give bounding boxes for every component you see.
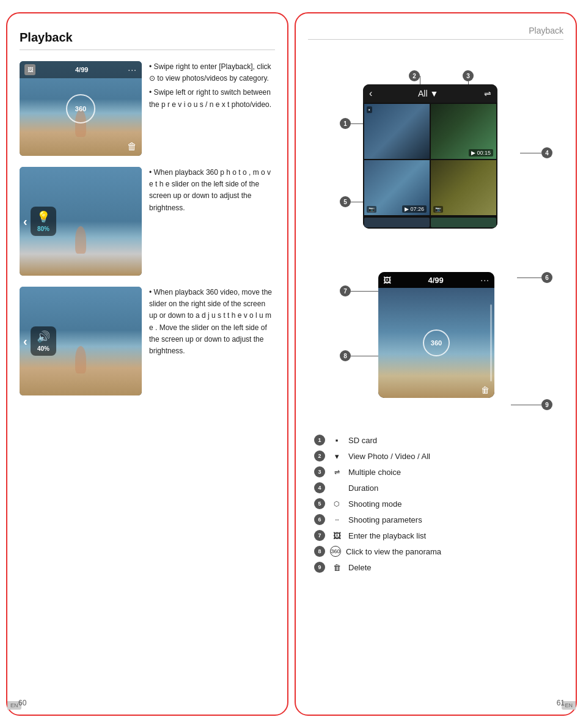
legend-icon-9: 🗑 <box>330 563 343 572</box>
single-phone: 🖼 4/99 ··· 360 🗑 <box>378 272 494 398</box>
surfer-figure-3 <box>75 346 86 373</box>
grid-phone: ‹ All ▼ ⇌ ▪ ▶ 00:15 📷 ▶ 0 <box>363 84 497 229</box>
grid-topbar: ‹ All ▼ ⇌ <box>363 84 497 103</box>
annot-1: 1 <box>340 118 351 129</box>
legend-num-8: 8 <box>314 546 325 557</box>
legend-icon-2: ▾ <box>330 452 343 461</box>
legend-icon-7: 🖼 <box>330 531 343 540</box>
back-arrow-3: ‹ <box>23 334 28 348</box>
legend-text-7: Enter the playback list <box>348 531 426 540</box>
annot-line-6 <box>517 278 541 278</box>
legend-item-4: 4 Duration <box>314 482 557 493</box>
grid-cell-4[interactable]: 📷 <box>431 160 496 215</box>
shooting-icon-cell3: 📷 <box>367 206 376 213</box>
single-photo-icon: 🖼 <box>383 276 391 285</box>
trash-icon-1: 🗑 <box>127 141 137 152</box>
annot-4: 4 <box>541 147 552 158</box>
single-slider[interactable] <box>490 304 492 381</box>
right-divider <box>308 39 563 40</box>
annot-line-7 <box>351 291 378 292</box>
legend-text-6: Shooting parameters <box>348 515 422 524</box>
page-container: Playback 🖼 4/99 ··· 360 🗑 • Swipe right … <box>0 0 583 728</box>
more-dots-1: ··· <box>128 65 137 75</box>
volume-pct: 40% <box>37 345 50 352</box>
volume-overlay-3: 🔊 40% <box>31 326 56 356</box>
grid-filter-icon[interactable]: ⇌ <box>484 89 491 98</box>
annot-line-9 <box>511 405 541 405</box>
grid-phone-container: 1 2 3 4 5 ‹ All ▼ ⇌ ▪ <box>308 51 563 252</box>
photo-grid: ▪ ▶ 00:15 📷 ▶ 07:26 📷 <box>363 103 497 216</box>
grid-back-icon[interactable]: ‹ <box>369 88 372 99</box>
legend-item-5: 5 ⬡ Shooting mode <box>314 498 557 509</box>
photo-count-1: 4/99 <box>75 66 88 73</box>
legend-text-1: SD card <box>348 436 377 445</box>
single-phone-container: 6 7 8 9 🖼 4/99 ··· 360 🗑 <box>308 259 563 424</box>
page-number-left: 60 <box>18 699 26 707</box>
desc-2: • When playback 360 p h o t o , m o v e … <box>149 167 275 216</box>
volume-icon: 🔊 <box>37 330 50 344</box>
single-more-dots[interactable]: ··· <box>480 275 490 285</box>
legend-text-9: Delete <box>348 563 372 572</box>
photo-icon-1: 🖼 <box>24 64 35 75</box>
legend-num-6: 6 <box>314 514 325 525</box>
legend-text-4: Duration <box>348 483 378 493</box>
grid-cell-2[interactable]: ▶ 00:15 <box>431 104 496 159</box>
legend-num-4: 4 <box>314 482 325 493</box>
grid-cell-1[interactable]: ▪ <box>364 104 430 159</box>
legend-icon-1: ▪ <box>330 436 343 445</box>
phone-image-3: ‹ 🔊 40% <box>20 287 142 395</box>
section-2: ‹ 💡 80% • When playback 360 p h o t o , … <box>20 167 275 276</box>
legend-num-7: 7 <box>314 530 325 541</box>
grid-cell-3[interactable]: 📷 ▶ 07:26 <box>364 160 430 215</box>
left-title: Playback <box>20 31 275 45</box>
legend-item-3: 3 ⇌ Multiple choice <box>314 466 557 477</box>
desc-3-text: • When playback 360 video, move the slid… <box>149 287 275 357</box>
surfer-figure-2 <box>75 226 86 254</box>
single-360-circle: 360 <box>423 329 450 356</box>
duration-cell3: ▶ 07:26 <box>402 205 427 213</box>
legend-icon-5: ⬡ <box>330 500 343 508</box>
single-count: 4/99 <box>395 276 477 285</box>
overlay-360-1: 360 <box>66 94 95 123</box>
legend-text-5: Shooting mode <box>348 499 402 509</box>
annot-8: 8 <box>340 350 351 361</box>
legend-num-2: 2 <box>314 450 325 461</box>
legend-item-9: 9 🗑 Delete <box>314 562 557 573</box>
annot-7: 7 <box>340 285 351 296</box>
grid-title: All ▼ <box>377 89 479 98</box>
single-trash-icon[interactable]: 🗑 <box>481 385 490 395</box>
annot-6: 6 <box>541 272 552 283</box>
legend-text-3: Multiple choice <box>348 468 401 477</box>
desc-2-text: • When playback 360 p h o t o , m o v e … <box>149 167 275 214</box>
duration-cell2: ▶ 00:15 <box>469 149 493 156</box>
legend-list: 1 ▪ SD card 2 ▾ View Photo / Video / All… <box>308 435 563 573</box>
single-photo-area: 360 🗑 <box>378 288 494 398</box>
desc-1: • Swipe right to enter [Playback], click… <box>149 61 275 113</box>
legend-item-1: 1 ▪ SD card <box>314 435 557 446</box>
annot-2: 2 <box>409 70 420 81</box>
page-number-right: 61 <box>557 699 565 707</box>
legend-item-8: 8 360 Click to view the panorama <box>314 546 557 557</box>
right-panel: Playback 1 2 3 4 5 ‹ All ▼ ⇌ <box>295 12 577 716</box>
legend-item-7: 7 🖼 Enter the playback list <box>314 530 557 541</box>
right-header: Playback <box>308 26 563 35</box>
annot-line-4 <box>520 153 541 153</box>
legend-num-5: 5 <box>314 498 325 509</box>
annot-3: 3 <box>463 70 474 81</box>
desc-1-text: • Swipe right to enter [Playback], click… <box>149 61 275 84</box>
legend-num-3: 3 <box>314 466 325 477</box>
phone-image-1: 🖼 4/99 ··· 360 🗑 <box>20 61 142 156</box>
left-divider <box>20 50 275 50</box>
legend-item-2: 2 ▾ View Photo / Video / All <box>314 450 557 461</box>
legend-num-1: 1 <box>314 435 325 446</box>
desc-1-text2: • Swipe left or right to switch between … <box>149 87 275 110</box>
phone-topbar-1: 🖼 4/99 ··· <box>20 61 142 78</box>
annot-5: 5 <box>340 196 351 207</box>
legend-text-8: Click to view the panorama <box>346 547 441 556</box>
back-arrow-2: ‹ <box>23 215 28 229</box>
legend-text-2: View Photo / Video / All <box>348 452 430 461</box>
legend-num-9: 9 <box>314 562 325 573</box>
legend-icon-8: 360 <box>330 546 341 557</box>
section-1: 🖼 4/99 ··· 360 🗑 • Swipe right to enter … <box>20 61 275 156</box>
brightness-pct: 80% <box>37 226 50 232</box>
